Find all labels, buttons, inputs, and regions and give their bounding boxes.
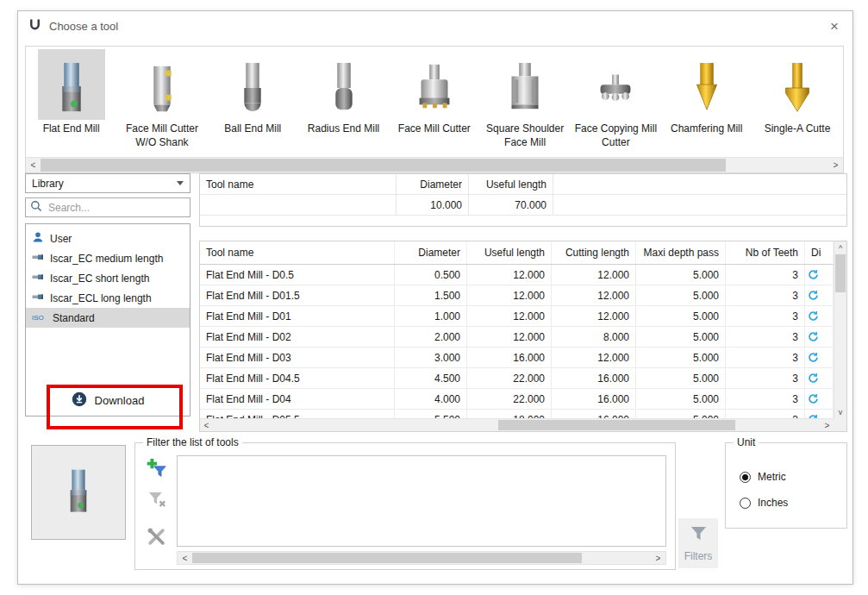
tool-type-image <box>582 49 649 120</box>
tool-table-panel: Tool name Diameter Useful length Cutting… <box>199 241 847 432</box>
library-list-item[interactable]: Iscar_EC medium length <box>26 248 190 268</box>
cell-diameter: 4.000 <box>395 389 467 410</box>
table-row[interactable]: Flat End Mill - D04.5 4.500 22.000 16.00… <box>200 368 834 389</box>
tool-type-image <box>310 49 378 120</box>
tool-type-image <box>38 49 105 120</box>
table-hscroll-thumb[interactable] <box>498 420 735 430</box>
cell-diameter: 1.500 <box>395 285 467 306</box>
tool-type-image <box>764 49 831 120</box>
filter-header-diameter: Diameter <box>397 174 469 195</box>
cell-cutting-length: 16.000 <box>552 389 636 410</box>
table-row[interactable]: Flat End Mill - D03 3.000 16.000 12.000 … <box>200 348 834 368</box>
col-maxi-depth-pass[interactable]: Maxi depth pass <box>636 241 726 264</box>
tool-type-item[interactable]: Square Shoulder Face Mill <box>479 49 570 157</box>
tool-type-item[interactable]: Flat End Mill <box>26 49 116 157</box>
scrollbar-corner <box>834 418 846 431</box>
tool-type-image <box>128 49 196 120</box>
table-header-row: Tool name Diameter Useful length Cutting… <box>200 241 834 265</box>
table-vscroll-track[interactable] <box>834 254 846 405</box>
library-list-item[interactable]: ISO Standard <box>26 308 190 328</box>
col-tool-name[interactable]: Tool name <box>200 241 395 264</box>
tool-type-item[interactable]: Ball End Mill <box>208 49 298 157</box>
table-row[interactable]: Flat End Mill - D02 2.000 12.000 8.000 5… <box>200 327 834 348</box>
tool-type-label: Face Copying Mill Cutter <box>571 122 660 149</box>
col-cutting-length[interactable]: Cutting length <box>552 241 636 264</box>
tool-filter-panel: Tool name Diameter Useful length 10.000 … <box>199 173 847 227</box>
table-row[interactable]: Flat End Mill - D04 4.000 22.000 16.000 … <box>200 389 834 410</box>
filter-scroll-thumb[interactable] <box>192 553 582 563</box>
scroll-up-icon[interactable]: ^ <box>834 241 846 254</box>
col-diameter[interactable]: Diameter <box>395 241 467 264</box>
cell-maxi-depth-pass: 5.000 <box>636 327 726 348</box>
close-icon[interactable]: × <box>827 17 842 35</box>
title-bar: Choose a tool × <box>18 11 852 41</box>
download-label: Download <box>95 394 145 407</box>
filter-header-useful-length: Useful length <box>469 174 553 195</box>
scroll-left-icon[interactable]: < <box>26 158 41 172</box>
cell-diameter: 3.000 <box>395 348 467 368</box>
carousel-scroll-track[interactable] <box>41 158 828 172</box>
cell-useful-length: 16.000 <box>467 348 552 368</box>
library-list-item[interactable]: Iscar_EC short length <box>26 268 190 288</box>
scroll-right-icon[interactable]: > <box>828 158 843 172</box>
tool-type-item[interactable]: Single-A Cutte <box>752 49 842 157</box>
scroll-left-icon[interactable]: < <box>200 419 213 431</box>
col-direction[interactable]: Di <box>805 241 834 264</box>
library-item-icon <box>32 231 44 246</box>
library-item-label: Iscar_EC medium length <box>50 253 163 265</box>
table-horizontal-scrollbar[interactable]: < > <box>200 418 834 431</box>
direction-icon <box>805 265 834 285</box>
selected-tool-preview <box>31 445 126 540</box>
search-input[interactable] <box>47 201 185 215</box>
col-useful-length[interactable]: Useful length <box>467 241 552 264</box>
filter-list-group: Filter the list of tools < <box>134 442 676 570</box>
filter-value-row: 10.000 70.000 <box>200 195 846 216</box>
add-filter-button[interactable] <box>144 455 168 479</box>
carousel-scrollbar[interactable]: < > <box>26 157 843 172</box>
tool-type-item[interactable]: Face Mill Cutter W/O Shank <box>116 49 207 157</box>
table-vscroll-thumb[interactable] <box>835 254 846 292</box>
library-dropdown[interactable]: Library <box>25 173 190 193</box>
table-row[interactable]: Flat End Mill - D0.5 0.500 12.000 12.000… <box>200 265 834 285</box>
library-item-label: Iscar_EC short length <box>50 272 149 285</box>
cell-useful-length: 22.000 <box>467 389 552 410</box>
filter-diameter-input[interactable]: 10.000 <box>397 195 469 216</box>
unit-radio[interactable]: Inches <box>740 497 788 509</box>
tool-type-label: Chamfering Mill <box>662 122 751 136</box>
scroll-down-icon[interactable]: v <box>834 405 846 418</box>
cell-maxi-depth-pass: 5.000 <box>636 348 726 368</box>
filter-useful-length-input[interactable]: 70.000 <box>469 195 553 216</box>
radio-icon <box>740 472 751 483</box>
library-list-item[interactable]: Iscar_ECL long length <box>26 288 190 308</box>
cell-useful-length: 12.000 <box>467 306 552 327</box>
table-hscroll-track[interactable] <box>213 419 821 431</box>
filter-tool-name-input[interactable] <box>200 195 397 216</box>
filters-button[interactable]: Filters <box>678 518 718 568</box>
tool-type-label: Single-A Cutte <box>753 122 842 136</box>
filter-list-scrollbar[interactable]: < > <box>177 551 666 565</box>
tool-type-item[interactable]: Radius End Mill <box>298 49 389 157</box>
unit-radio[interactable]: Metric <box>740 471 786 483</box>
col-nb-of-teeth[interactable]: Nb of Teeth <box>726 241 805 264</box>
scroll-left-icon[interactable]: < <box>178 552 192 564</box>
filter-group-label: Filter the list of tools <box>143 436 242 448</box>
cell-nb-of-teeth: 3 <box>726 285 805 306</box>
download-button[interactable]: Download <box>45 388 171 412</box>
carousel-scroll-thumb[interactable] <box>41 159 726 172</box>
table-row[interactable]: Flat End Mill - D01 1.000 12.000 12.000 … <box>200 306 834 327</box>
tool-type-label: Square Shoulder Face Mill <box>481 122 570 149</box>
tool-type-image <box>491 49 559 120</box>
tool-type-item[interactable]: Face Copying Mill Cutter <box>571 49 661 157</box>
tool-type-item[interactable]: Chamfering Mill <box>661 49 752 157</box>
table-vertical-scrollbar[interactable]: ^ v <box>834 241 846 418</box>
tool-type-item[interactable]: Face Mill Cutter <box>389 49 479 157</box>
scroll-right-icon[interactable]: > <box>821 419 834 431</box>
direction-icon <box>805 348 834 368</box>
cell-nb-of-teeth: 3 <box>726 306 805 327</box>
scroll-right-icon[interactable]: > <box>651 552 665 564</box>
table-row[interactable]: Flat End Mill - D01.5 1.500 12.000 12.00… <box>200 285 834 306</box>
library-list-item[interactable]: User <box>26 229 190 248</box>
filter-list-area[interactable] <box>177 455 666 547</box>
filter-scroll-track[interactable] <box>192 552 651 564</box>
tool-type-list: Flat End Mill Face Mill Cutter W/O Shank… <box>26 47 843 157</box>
